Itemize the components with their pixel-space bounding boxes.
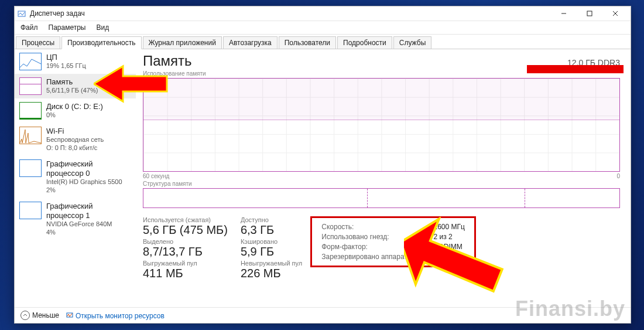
tab-startup[interactable]: Автозагрузка [223, 36, 278, 49]
sidebar-sub-memory: 5,6/11,9 ГБ (47%) [46, 87, 98, 95]
minimize-button[interactable] [551, 6, 577, 21]
memory-detail-pane: Память 12,0 ГБ DDR3 Использование памяти… [136, 49, 631, 307]
chart-scale-right: 0 [616, 173, 620, 179]
sidebar-label-cpu: ЦП [46, 53, 86, 62]
sidebar-label-gpu0: Графический процессор 0 [46, 159, 131, 179]
spec-speed-label: Скорость: [321, 223, 417, 231]
sidebar-label-memory: Память [46, 77, 98, 87]
spec-slots-value: 2 из 2 [434, 233, 465, 241]
stat-cached-label: Кэшировано [241, 238, 302, 245]
menu-view[interactable]: Вид [91, 22, 114, 33]
tab-processes[interactable]: Процессы [16, 36, 60, 49]
spec-hwreserved-value: 85,5 МБ [434, 253, 465, 261]
stat-avail-value: 6,3 ГБ [241, 223, 302, 237]
sidebar-item-memory[interactable]: Память5,6/11,9 ГБ (47%) [15, 74, 136, 98]
status-bar: Меньше Открыть монитор ресурсов [15, 307, 631, 323]
page-title: Память [143, 53, 192, 69]
memory-spec-box: Скорость:1600 МГц Использовано гнезд:2 и… [310, 216, 476, 267]
sidebar-sub2-gpu0: 2% [46, 186, 131, 195]
stat-avail-label: Доступно [241, 216, 302, 223]
stat-inuse-label: Используется (сжатая) [143, 216, 228, 223]
sidebar-item-disk[interactable]: Диск 0 (C: D: E:)0% [15, 98, 136, 123]
tab-services[interactable]: Службы [393, 36, 431, 49]
tab-strip: Процессы Производительность Журнал прило… [15, 35, 631, 49]
open-resource-monitor-link[interactable]: Открыть монитор ресурсов [66, 311, 165, 320]
spec-formfactor-label: Форм-фактор: [321, 243, 417, 251]
task-manager-window: Диспетчер задач Файл Параметры Вид Проце… [14, 6, 631, 324]
tab-performance[interactable]: Производительность [61, 36, 141, 49]
sidebar-item-gpu0[interactable]: Графический процессор 0Intel(R) HD Graph… [15, 156, 136, 198]
sidebar-item-wifi[interactable]: Wi-FiБеспроводная сетьО: 0 П: 8,0 кбит/с [15, 123, 136, 156]
titlebar: Диспетчер задач [15, 6, 631, 21]
sidebar-sub-disk: 0% [46, 111, 103, 120]
tab-app-history[interactable]: Журнал приложений [143, 36, 222, 49]
chart-scale-left: 60 секунд [143, 173, 169, 179]
chart-label-structure: Структура памяти [143, 181, 620, 187]
memory-usage-chart [143, 78, 620, 172]
spec-formfactor-value: SODIMM [434, 243, 465, 251]
sidebar-item-cpu[interactable]: ЦП19% 1,65 ГГц [15, 49, 136, 74]
menu-params[interactable]: Параметры [44, 22, 91, 33]
tab-users[interactable]: Пользователи [279, 36, 336, 49]
spec-hwreserved-label: Зарезервировано аппаратно: [321, 253, 417, 261]
spec-speed-value: 1600 МГц [434, 223, 465, 231]
menu-bar: Файл Параметры Вид [15, 21, 631, 35]
sidebar-sub-wifi: Беспроводная сеть [46, 136, 104, 144]
stat-paged-label: Выгружаемый пул [143, 260, 228, 267]
fewer-details-button[interactable]: Меньше [20, 311, 59, 320]
svg-rect-2 [587, 11, 592, 16]
stat-commit-value: 8,7/13,7 ГБ [143, 245, 228, 258]
sidebar-sub-gpu1: NVIDIA GeForce 840M [46, 220, 131, 229]
stat-paged-value: 411 МБ [143, 267, 228, 280]
performance-sidebar: ЦП19% 1,65 ГГц Память5,6/11,9 ГБ (47%) Д… [15, 49, 136, 307]
maximize-button[interactable] [577, 6, 602, 21]
stat-nonpaged-value: 226 МБ [241, 267, 302, 280]
window-title: Диспетчер задач [30, 9, 551, 18]
monitor-icon [66, 312, 73, 320]
sidebar-sub-gpu0: Intel(R) HD Graphics 5500 [46, 178, 131, 186]
spec-slots-label: Использовано гнезд: [321, 233, 417, 241]
stat-commit-label: Выделено [143, 238, 228, 245]
sidebar-sub-cpu: 19% 1,65 ГГц [46, 62, 86, 70]
stat-inuse-value: 5,6 ГБ (475 МБ) [143, 223, 228, 237]
close-button[interactable] [602, 6, 628, 21]
chart-label-usage: Использование памяти [143, 70, 620, 77]
task-manager-icon [17, 9, 26, 18]
tab-details[interactable]: Подробности [337, 36, 392, 49]
sidebar-label-disk: Диск 0 (C: D: E:) [46, 102, 103, 111]
sidebar-sub2-gpu1: 4% [46, 229, 131, 237]
memory-total: 12,0 ГБ DDR3 [567, 58, 620, 67]
stat-cached-value: 5,9 ГБ [241, 245, 302, 258]
sidebar-label-wifi: Wi-Fi [46, 127, 104, 136]
sidebar-label-gpu1: Графический процессор 1 [46, 202, 131, 221]
stat-nonpaged-label: Невыгружаемый пул [241, 260, 302, 267]
menu-file[interactable]: Файл [16, 22, 43, 33]
chevron-up-icon [20, 311, 30, 320]
sidebar-sub2-wifi: О: 0 П: 8,0 кбит/с [46, 144, 104, 152]
memory-structure-bar [143, 188, 620, 208]
sidebar-item-gpu1[interactable]: Графический процессор 1NVIDIA GeForce 84… [15, 198, 136, 240]
